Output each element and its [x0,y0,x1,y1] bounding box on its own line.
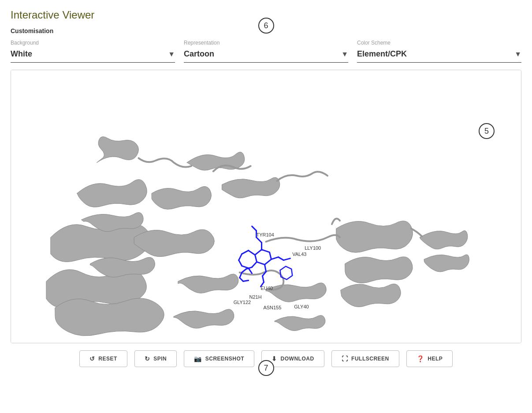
download-icon: ⬇ [272,355,277,362]
reset-button[interactable]: ↺ RESET [79,350,127,367]
screenshot-button[interactable]: 📷 SCREENSHOT [184,350,254,367]
background-value: White [11,49,32,59]
controls-row: Background White ▼ Representation Cartoo… [11,40,521,63]
representation-value: Cartoon [184,49,214,59]
background-control-group: Background White ▼ [11,40,175,63]
residue-label-val43: VAL43 [292,252,306,257]
viewer-container[interactable]: 5 [11,70,521,343]
representation-arrow-icon: ▼ [341,50,348,58]
background-arrow-icon: ▼ [168,50,175,58]
step-6-badge: 6 [258,18,274,34]
representation-label: Representation [184,40,348,46]
spin-button[interactable]: ↻ SPIN [134,350,177,367]
controls-row-wrapper: 6 Background White ▼ Representation Cart… [11,40,521,63]
step-5-badge: 5 [479,123,495,139]
residue-label-asn155: ASN155 [264,305,282,310]
background-label: Background [11,40,175,46]
colorscheme-control-group: Color Scheme Element/CPK ▼ [357,40,521,63]
spin-icon: ↻ [145,355,150,362]
representation-select[interactable]: Cartoon ▼ [184,48,348,63]
svg-line-24 [243,280,249,281]
toolbar: 7 ↺ RESET ↻ SPIN 📷 SCREENSHOT ⬇ DOWNLOAD… [11,343,521,367]
screenshot-icon: 📷 [194,355,202,362]
residue-label-gly122: GLY122 [234,300,251,305]
customisation-section: Customisation 6 Background White ▼ Repre… [11,27,521,63]
representation-control-group: Representation Cartoon ▼ [184,40,348,63]
fullscreen-icon: ⛶ [342,355,348,362]
background-select[interactable]: White ▼ [11,48,175,63]
reset-icon: ↺ [89,355,95,362]
protein-viewer[interactable]: TYR104 VAL43 LLY100 GLY122 GLY40 EU40 N2… [11,70,521,343]
residue-label-tyr104: TYR104 [257,232,274,237]
help-button[interactable]: ❓ HELP [406,350,453,367]
help-icon: ❓ [417,355,424,362]
fullscreen-button[interactable]: ⛶ FULLSCREEN [331,350,399,367]
colorscheme-value: Element/CPK [357,49,407,59]
residue-label-n21h: N21H [249,294,262,300]
residue-label-gly40: GLY40 [294,304,309,309]
residue-label-lly100: LLY100 [305,245,321,251]
residue-label-eu40: EU40 [261,285,273,291]
colorscheme-select[interactable]: Element/CPK ▼ [357,48,521,63]
colorscheme-label: Color Scheme [357,40,521,46]
page-wrapper: Interactive Viewer Customisation 6 Backg… [0,0,532,376]
step-7-badge: 7 [258,360,274,376]
colorscheme-arrow-icon: ▼ [514,50,521,58]
